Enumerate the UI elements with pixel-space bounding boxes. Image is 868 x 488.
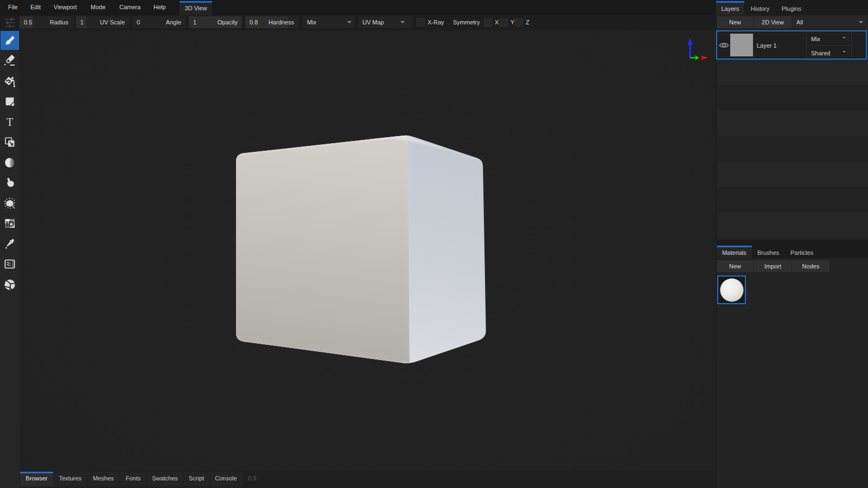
svg-text:T: T [7,115,13,127]
svg-text:ID: ID [6,219,15,228]
